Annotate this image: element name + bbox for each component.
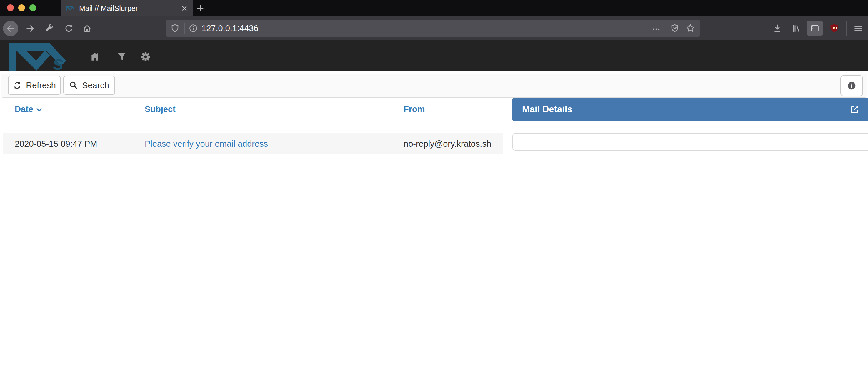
reload-icon[interactable] [64,24,73,33]
browser-toolbar: 127.0.0.1:4436 uO [0,17,868,40]
info-icon [847,81,857,91]
menu-hamburger-icon[interactable] [854,24,863,33]
mail-date-cell: 2020-05-15 09:47 PM [3,133,145,154]
wrench-icon[interactable] [45,24,54,33]
downloads-icon[interactable] [773,24,782,33]
window-titlebar: s Mail // MailSlurper [0,0,868,17]
url-text[interactable]: 127.0.0.1:4436 [202,20,258,37]
logo-s-letter: s [53,52,64,71]
toolbar-separator [846,21,846,36]
home-icon[interactable] [82,24,92,33]
library-icon[interactable] [791,24,801,33]
bookmark-star-icon[interactable] [686,24,695,33]
pocket-icon[interactable] [670,24,679,33]
sidebar-toggle-button[interactable] [807,21,823,36]
url-bar-separator [184,23,185,34]
site-info-icon[interactable] [189,24,198,33]
tab-title: Mail // MailSlurper [79,0,138,17]
mail-details-header: Mail Details [512,98,868,121]
tracking-shield-icon[interactable] [170,24,180,33]
mail-details-body-box [513,133,868,151]
nav-home-icon[interactable] [90,52,100,62]
mail-details-title: Mail Details [522,104,572,114]
mail-table-row[interactable]: 2020-05-15 09:47 PM Please verify your e… [3,133,503,154]
mailslurper-navbar: s [0,40,868,71]
mail-details-panel: Mail Details [512,98,868,121]
search-button-label: Search [82,81,109,90]
empty-table-row [3,119,503,133]
mail-subject-link[interactable]: Please verify your email address [145,139,268,149]
tab-close-icon[interactable] [181,4,188,12]
nav-settings-gear-icon[interactable] [140,52,151,62]
nav-filter-icon[interactable] [117,52,127,62]
page-actions-icon[interactable] [652,24,661,34]
column-header-date[interactable]: Date [3,100,145,119]
new-tab-icon[interactable] [196,4,205,13]
sort-desc-icon [36,108,42,112]
window-minimize-button[interactable] [18,4,25,11]
forward-icon[interactable] [26,24,35,33]
mail-from-cell: no-reply@ory.kratos.sh [404,133,503,154]
mailslurper-favicon-icon: s [66,6,76,10]
content-toolbar: Refresh Search [1,73,867,98]
back-button[interactable] [3,21,18,36]
column-header-subject[interactable]: Subject [145,100,404,119]
refresh-icon [13,81,22,90]
column-header-from[interactable]: From [404,100,503,119]
browser-tab[interactable]: s Mail // MailSlurper [61,0,193,17]
sidebar-icon [810,24,819,33]
ublock-badge-label: uO [832,26,837,30]
refresh-button[interactable]: Refresh [8,76,61,95]
search-icon [69,81,78,90]
back-icon [6,24,15,33]
search-button[interactable]: Search [63,76,115,95]
url-bar[interactable]: 127.0.0.1:4436 [166,20,700,37]
refresh-button-label: Refresh [26,81,56,90]
window-zoom-button[interactable] [29,4,36,11]
external-link-icon[interactable] [850,105,860,114]
mail-list-table: Date Subject From 2020-05-15 09:47 PM Pl… [3,100,503,154]
mailslurper-logo: s [8,43,73,71]
window-close-button[interactable] [7,4,14,11]
mail-subject-cell: Please verify your email address [145,133,404,154]
mail-table-header-row: Date Subject From [3,100,503,119]
ublock-icon[interactable]: uO [830,24,839,33]
svg-text:s: s [73,8,75,10]
info-button[interactable] [840,75,863,96]
